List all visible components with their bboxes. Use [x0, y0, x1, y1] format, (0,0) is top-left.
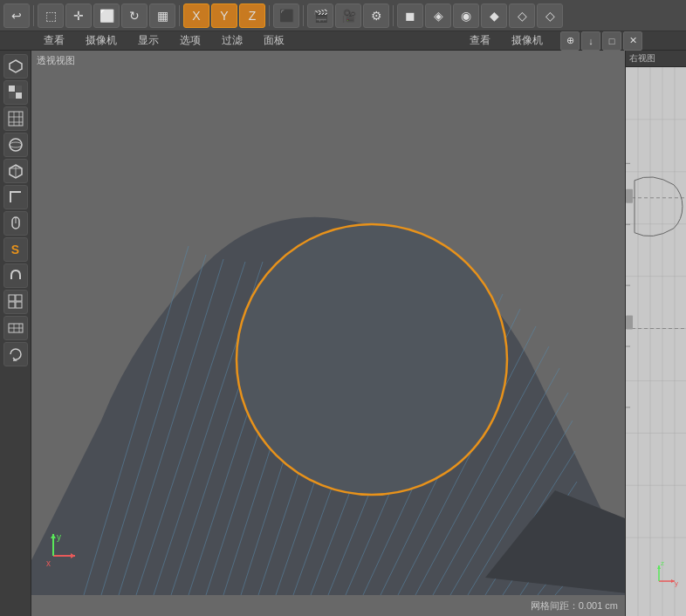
perspective-btn[interactable]: [3, 54, 28, 79]
scale-button[interactable]: ⬜: [93, 3, 120, 28]
grid2-btn[interactable]: [3, 316, 28, 340]
svg-text:x: x: [46, 558, 51, 568]
x-axis-button[interactable]: X: [183, 3, 209, 28]
nav-icon-3[interactable]: □: [602, 31, 621, 51]
left-sidebar: S: [0, 51, 31, 616]
move-button[interactable]: ✛: [65, 3, 92, 28]
obj2-button[interactable]: ◈: [425, 3, 451, 28]
svg-rect-78: [626, 224, 630, 225]
menu-options[interactable]: 选项: [176, 31, 204, 50]
menu-right-camera[interactable]: 摄像机: [508, 31, 546, 50]
nav-icon-4[interactable]: ✕: [623, 31, 642, 51]
svg-rect-77: [626, 163, 630, 164]
sphere-btn[interactable]: [3, 133, 28, 157]
corner-btn-sidebar[interactable]: [3, 185, 28, 209]
svg-rect-22: [16, 302, 22, 308]
svg-point-11: [10, 142, 22, 147]
menu-right-view[interactable]: 查看: [466, 31, 494, 50]
svg-rect-85: [626, 316, 633, 330]
separator-1: [33, 5, 34, 26]
obj1-button[interactable]: ◼: [397, 3, 423, 28]
right-viewport-label: 右视图: [626, 51, 686, 67]
svg-rect-1: [9, 86, 15, 92]
menu-filter[interactable]: 过滤: [218, 31, 246, 50]
pattern-btn[interactable]: [3, 290, 28, 314]
grid-distance: 网格间距：0.001 cm: [531, 599, 618, 613]
separator-3: [269, 5, 270, 26]
separator-4: [303, 5, 304, 26]
svg-rect-80: [626, 346, 630, 346]
separator-5: [393, 5, 394, 26]
mouse-btn[interactable]: [3, 211, 28, 236]
nav-icon-2[interactable]: ↓: [581, 31, 600, 51]
tool1-button[interactable]: ⬛: [273, 3, 299, 28]
obj3-button[interactable]: ◉: [453, 3, 479, 28]
right-panel: 右视图: [625, 51, 686, 616]
svg-rect-3: [9, 92, 15, 99]
menu-bar: 查看 摄像机 显示 选项 过滤 面板 查看 摄像机 ⊕ ↓ □ ✕: [0, 31, 686, 51]
obj6-button[interactable]: ◇: [537, 3, 563, 28]
render-button[interactable]: 🎬: [307, 3, 333, 28]
menu-panel[interactable]: 面板: [260, 31, 288, 50]
top-toolbar: ↩ ⬚ ✛ ⬜ ↻ ▦ X Y Z ⬛ 🎬 🎥 ⚙ ◼ ◈ ◉ ◆ ◇ ◇: [0, 0, 686, 31]
svg-rect-81: [626, 407, 630, 407]
main-viewport[interactable]: 透视视图: [31, 51, 625, 616]
menu-view[interactable]: 查看: [40, 31, 68, 50]
svg-rect-19: [9, 295, 15, 301]
rotate2-btn[interactable]: [3, 342, 28, 366]
menu-display[interactable]: 显示: [134, 31, 162, 50]
y-axis-button[interactable]: Y: [211, 3, 237, 28]
svg-text:y: y: [57, 532, 61, 542]
svg-rect-2: [16, 86, 22, 92]
svg-marker-0: [10, 60, 22, 72]
svg-text:z: z: [661, 559, 664, 567]
viewport-container: 透视视图: [31, 51, 625, 616]
rotate-button[interactable]: ↻: [121, 3, 147, 28]
svg-rect-21: [9, 302, 15, 308]
svg-rect-20: [16, 295, 22, 301]
main-area: S 透视视图: [0, 51, 686, 616]
s-tool-btn[interactable]: S: [3, 237, 28, 262]
checker-btn[interactable]: [3, 80, 28, 105]
z-axis-button[interactable]: Z: [239, 3, 265, 28]
separator-2: [179, 5, 180, 26]
svg-rect-84: [626, 189, 633, 203]
obj5-button[interactable]: ◇: [509, 3, 535, 28]
settings-button[interactable]: ⚙: [363, 3, 389, 28]
viewport-label: 透视视图: [37, 54, 75, 67]
svg-point-56: [237, 224, 507, 495]
render2-button[interactable]: 🎥: [335, 3, 361, 28]
select-button[interactable]: ⬚: [38, 3, 64, 28]
undo-button[interactable]: ↩: [3, 3, 30, 28]
svg-rect-5: [9, 112, 23, 126]
nav-icon-1[interactable]: ⊕: [560, 31, 580, 51]
grid-btn[interactable]: [3, 106, 28, 131]
svg-rect-79: [626, 285, 630, 286]
right-viewport[interactable]: y z: [626, 67, 686, 616]
cube-btn[interactable]: [3, 159, 28, 183]
checker-button[interactable]: ▦: [149, 3, 175, 28]
magnet-btn[interactable]: [3, 264, 28, 288]
svg-point-10: [10, 139, 22, 151]
scene-svg: x y: [31, 51, 625, 616]
menu-camera[interactable]: 摄像机: [82, 31, 120, 50]
obj4-button[interactable]: ◆: [481, 3, 507, 28]
svg-rect-63: [626, 67, 686, 616]
svg-rect-4: [16, 92, 22, 99]
svg-text:y: y: [675, 579, 678, 587]
